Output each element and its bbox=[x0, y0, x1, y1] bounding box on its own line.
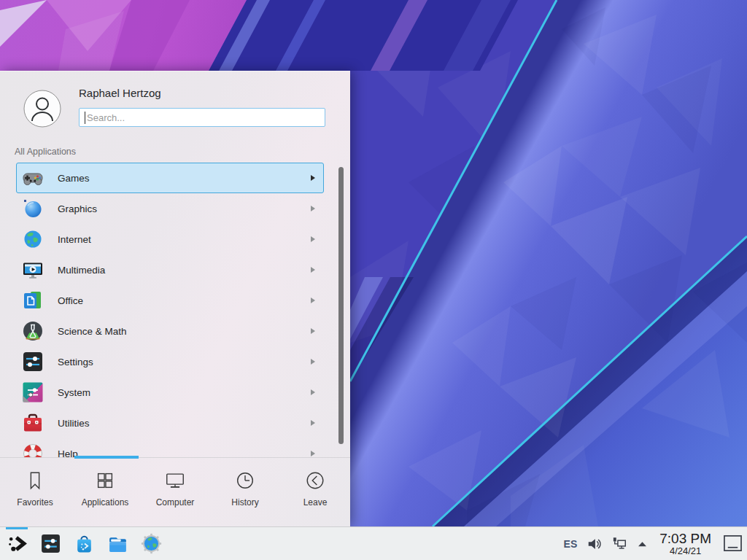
tab-favorites[interactable]: Favorites bbox=[0, 458, 70, 527]
submenu-arrow-icon bbox=[311, 175, 315, 181]
app-category-internet[interactable]: Internet bbox=[16, 224, 324, 254]
settings-icon bbox=[21, 350, 44, 373]
search-box bbox=[79, 108, 325, 127]
graphics-icon bbox=[21, 197, 44, 220]
app-category-help[interactable]: Help bbox=[16, 438, 324, 457]
favorites-icon bbox=[24, 470, 46, 491]
user-avatar-icon[interactable] bbox=[23, 90, 61, 128]
active-tab-indicator bbox=[74, 456, 139, 459]
app-category-label: Games bbox=[58, 173, 90, 184]
help-icon bbox=[21, 442, 44, 457]
app-category-multimedia[interactable]: Multimedia bbox=[16, 254, 324, 285]
submenu-arrow-icon bbox=[311, 359, 315, 365]
active-task-indicator bbox=[6, 527, 28, 529]
app-category-list: GamesGraphicsInternetMultimediaOfficeSci… bbox=[0, 163, 350, 457]
multimedia-icon bbox=[21, 258, 44, 281]
leave-icon bbox=[304, 470, 326, 491]
clock-time: 7:03 PM bbox=[659, 532, 711, 546]
webglobe-icon bbox=[141, 533, 162, 554]
tab-label: Applications bbox=[82, 497, 129, 508]
submenu-arrow-icon bbox=[311, 298, 315, 303]
tab-label: Leave bbox=[303, 497, 328, 508]
tray-expander-icon[interactable] bbox=[637, 540, 648, 548]
submenu-arrow-icon bbox=[311, 267, 315, 273]
tab-history[interactable]: History bbox=[210, 458, 280, 527]
app-category-office[interactable]: Office bbox=[16, 285, 324, 316]
section-label: All Applications bbox=[15, 147, 76, 157]
submenu-arrow-icon bbox=[311, 206, 315, 211]
user-name: Raphael Hertzog bbox=[79, 87, 161, 99]
application-launcher-button[interactable] bbox=[0, 527, 34, 560]
app-category-label: Science & Math bbox=[58, 326, 127, 337]
tab-label: History bbox=[231, 497, 258, 508]
web-browser-button[interactable] bbox=[134, 527, 168, 560]
folder-icon bbox=[107, 533, 128, 554]
app-category-utilities[interactable]: Utilities bbox=[16, 408, 324, 438]
kalimenu-icon bbox=[7, 533, 28, 554]
tab-computer[interactable]: Computer bbox=[140, 458, 210, 527]
app-category-graphics[interactable]: Graphics bbox=[16, 193, 324, 224]
system-tray: ES 7:03 PM bbox=[564, 532, 747, 556]
taskbar-launchers bbox=[0, 527, 168, 560]
show-desktop-button[interactable] bbox=[723, 534, 743, 553]
file-manager-button[interactable] bbox=[101, 527, 134, 560]
systemsettings-icon bbox=[40, 533, 61, 554]
app-category-label: Multimedia bbox=[58, 265, 105, 276]
scrollbar-thumb[interactable] bbox=[338, 167, 344, 444]
search-input[interactable] bbox=[80, 109, 325, 126]
applications-icon bbox=[94, 470, 116, 491]
submenu-arrow-icon bbox=[311, 389, 315, 395]
system-icon bbox=[21, 381, 44, 404]
application-launcher-menu: Raphael Hertzog All Applications GamesGr… bbox=[0, 71, 350, 526]
menu-footer-tabs: FavoritesApplicationsComputerHistoryLeav… bbox=[0, 457, 350, 527]
app-category-games[interactable]: Games bbox=[16, 163, 324, 193]
app-category-label: Settings bbox=[58, 357, 93, 368]
app-category-label: System bbox=[58, 387, 90, 398]
submenu-arrow-icon bbox=[311, 328, 315, 334]
tab-applications[interactable]: Applications bbox=[70, 458, 140, 527]
history-icon bbox=[234, 470, 256, 491]
keyboard-layout-indicator[interactable]: ES bbox=[564, 538, 578, 550]
volume-icon[interactable] bbox=[587, 536, 603, 552]
system-settings-button[interactable] bbox=[34, 527, 67, 560]
app-category-label: Utilities bbox=[58, 418, 90, 429]
submenu-arrow-icon bbox=[311, 236, 315, 242]
gamepad-icon bbox=[21, 166, 44, 190]
app-category-label: Office bbox=[58, 295, 83, 306]
text-cursor bbox=[85, 112, 85, 124]
utilities-icon bbox=[21, 411, 44, 435]
internet-icon bbox=[21, 228, 44, 251]
science-icon bbox=[21, 319, 44, 343]
software-center-button[interactable] bbox=[67, 527, 101, 560]
tab-label: Computer bbox=[156, 497, 195, 508]
desktop: Raphael Hertzog All Applications GamesGr… bbox=[0, 0, 747, 560]
discover-icon bbox=[74, 533, 95, 554]
taskbar: ES 7:03 PM bbox=[0, 526, 747, 560]
app-category-label: Internet bbox=[58, 234, 91, 245]
app-category-system[interactable]: System bbox=[16, 377, 324, 408]
tab-leave[interactable]: Leave bbox=[280, 458, 350, 527]
submenu-arrow-icon bbox=[311, 451, 315, 456]
office-icon bbox=[21, 289, 44, 312]
tab-label: Favorites bbox=[17, 497, 53, 508]
submenu-arrow-icon bbox=[311, 420, 315, 426]
app-category-science-math[interactable]: Science & Math bbox=[16, 316, 324, 346]
clock-date: 4/24/21 bbox=[659, 546, 711, 556]
computer-icon bbox=[164, 470, 186, 491]
app-category-label: Graphics bbox=[58, 203, 97, 214]
digital-clock[interactable]: 7:03 PM 4/24/21 bbox=[659, 532, 711, 556]
app-category-settings[interactable]: Settings bbox=[16, 346, 324, 377]
network-icon[interactable] bbox=[612, 537, 627, 551]
